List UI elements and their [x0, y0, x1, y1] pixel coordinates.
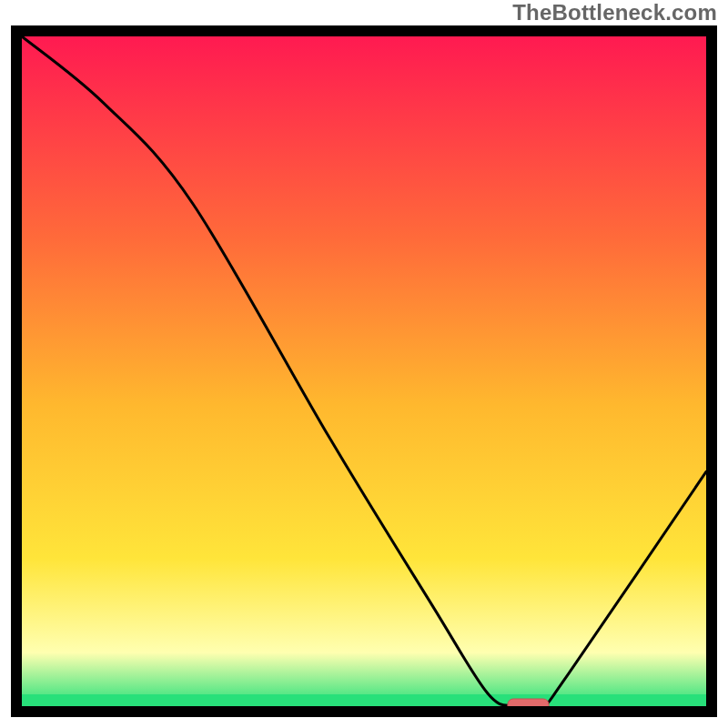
optimal-marker [508, 699, 549, 706]
green-baseline-band [22, 694, 706, 706]
plot-frame [11, 25, 717, 717]
heat-background [22, 36, 706, 706]
watermark-text: TheBottleneck.com [512, 0, 717, 25]
chart-svg [22, 36, 706, 706]
plot-area [22, 36, 706, 706]
chart-container: TheBottleneck.com [0, 0, 728, 728]
